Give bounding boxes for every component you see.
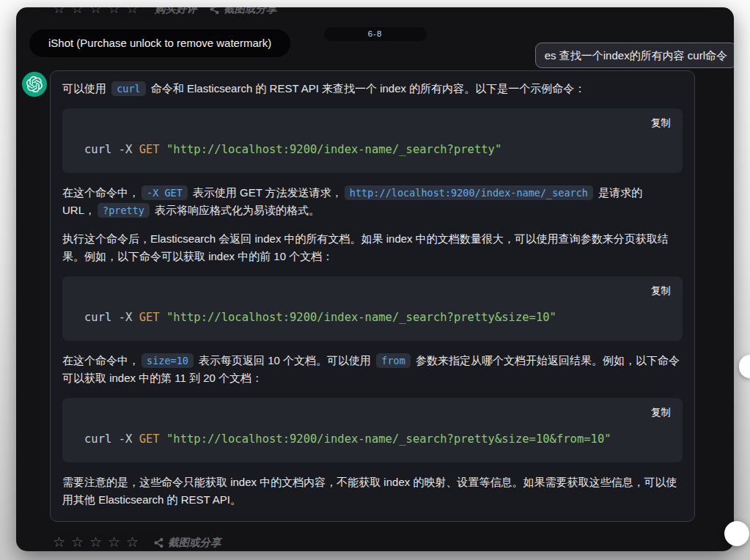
text-segment: curl -X <box>84 432 139 446</box>
ishot-watermark-pill[interactable]: iShot (Purchase unlock to remove waterma… <box>29 29 290 57</box>
code-line: curl -X GET "http://localhost:9200/index… <box>74 309 671 326</box>
text-segment: 表示将响应格式化为易读的格式。 <box>152 204 320 216</box>
star-icon[interactable]: ☆ <box>87 7 105 16</box>
text-segment: 表示每页返回 10 个文档。可以使用 <box>196 354 374 366</box>
star-icon[interactable]: ☆ <box>105 535 123 550</box>
paragraph: 执行这个命令后，Elasticsearch 会返回 index 中的所有文档。如… <box>62 230 683 265</box>
code-block: 复制 curl -X GET "http://localhost:9200/in… <box>62 276 683 341</box>
paragraph: 需要注意的是，这些命令只能获取 index 中的文档内容，不能获取 index … <box>62 474 683 509</box>
share-action[interactable]: 截图或分享 <box>209 7 277 16</box>
rating-stars: ☆☆☆☆☆ <box>50 7 141 16</box>
share-action[interactable]: 截图或分享 <box>153 536 221 550</box>
star-icon[interactable]: ☆ <box>123 7 141 16</box>
paragraph: 在这个命令中，-X GET 表示使用 GET 方法发送请求，http://loc… <box>62 184 683 219</box>
paragraph: 在这个命令中，size=10 表示每页返回 10 个文档。可以使用 from 参… <box>62 352 683 387</box>
ishot-side-button[interactable] <box>739 355 750 378</box>
watermark-top-row: ☆☆☆☆☆ 购买好评 截图或分享 <box>50 7 277 17</box>
text-segment: 需要注意的是，这些命令只能获取 index 中的文档内容，不能获取 index … <box>62 476 677 506</box>
watermark-bottom-row: ☆☆☆☆☆ 截图或分享 <box>50 534 221 550</box>
star-icon[interactable]: ☆ <box>50 7 68 16</box>
text-segment: "http://localhost:9200/index-name/_searc… <box>166 311 556 324</box>
share-icon <box>209 7 220 15</box>
chat-window: ☆☆☆☆☆ 购买好评 截图或分享 iShot (Purchase unlock … <box>16 7 734 551</box>
text-segment: 在这个命令中， <box>62 354 139 366</box>
copy-button[interactable]: 复制 <box>74 116 671 130</box>
share-label: 截图或分享 <box>224 7 277 16</box>
text-segment <box>160 432 166 446</box>
ishot-corner-button[interactable] <box>724 521 749 546</box>
code-block: 复制 curl -X GET "http://localhost:9200/in… <box>62 108 683 173</box>
copy-button[interactable]: 复制 <box>74 284 671 298</box>
copy-button[interactable]: 复制 <box>74 405 671 420</box>
star-icon[interactable]: ☆ <box>123 535 141 550</box>
star-icon[interactable]: ☆ <box>105 7 123 16</box>
inline-code: from <box>376 353 411 368</box>
text-segment: GET <box>139 143 160 156</box>
inline-code: curl <box>111 81 146 96</box>
text-segment: 执行这个命令后，Elasticsearch 会返回 index 中的所有文档。如… <box>62 232 669 262</box>
assistant-avatar <box>22 72 47 97</box>
star-icon[interactable]: ☆ <box>50 535 68 550</box>
text-segment: 在这个命令中， <box>62 186 139 199</box>
star-icon[interactable]: ☆ <box>68 535 87 550</box>
openai-logo-icon <box>26 76 43 92</box>
text-segment <box>160 143 166 156</box>
text-segment: "http://localhost:9200/index-name/_searc… <box>166 143 501 156</box>
share-label: 截图或分享 <box>168 536 221 550</box>
text-segment: GET <box>139 432 160 446</box>
user-query-bubble: es 查找一个index的所有内容 curl命令 <box>535 43 734 68</box>
text-segment: 命令和 Elasticsearch 的 REST API 来查找一个 index… <box>148 82 585 95</box>
inline-code: ?pretty <box>98 203 150 218</box>
text-segment: GET <box>139 311 160 324</box>
share-icon <box>153 537 164 548</box>
code-line: curl -X GET "http://localhost:9200/index… <box>74 430 671 448</box>
paragraph: 可以使用 curl 命令和 Elasticsearch 的 REST API 来… <box>62 80 683 97</box>
text-segment: "http://localhost:9200/index-name/_searc… <box>166 432 611 446</box>
inline-code: -X GET <box>141 185 188 200</box>
rate-label[interactable]: 购买好评 <box>155 7 197 16</box>
text-segment: 可以使用 <box>62 82 109 95</box>
rating-stars: ☆☆☆☆☆ <box>50 535 141 550</box>
text-segment: curl -X <box>84 143 139 156</box>
inline-code: http://localhost:9200/index-name/_search <box>345 185 593 200</box>
inline-code: size=10 <box>141 353 194 368</box>
star-icon[interactable]: ☆ <box>68 7 87 16</box>
text-segment: curl -X <box>84 311 139 324</box>
text-segment <box>160 311 166 324</box>
star-icon[interactable]: ☆ <box>87 535 105 550</box>
text-segment: 表示使用 GET 方法发送请求， <box>190 186 342 199</box>
page-indicator: 6-8 <box>324 27 427 41</box>
code-line: curl -X GET "http://localhost:9200/index… <box>74 141 671 158</box>
code-block: 复制 curl -X GET "http://localhost:9200/in… <box>62 398 683 463</box>
assistant-message-card: 可以使用 curl 命令和 Elasticsearch 的 REST API 来… <box>50 70 695 522</box>
